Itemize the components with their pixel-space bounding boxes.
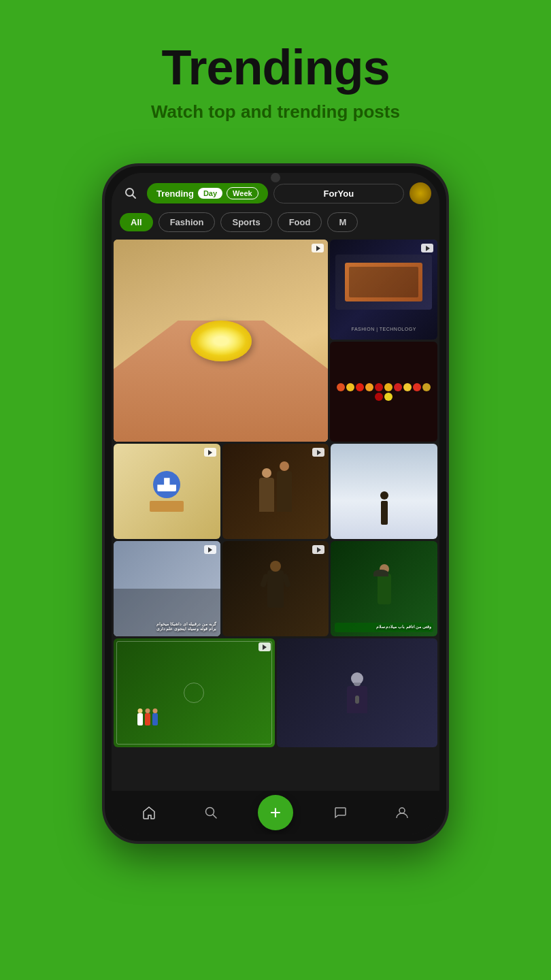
page-title: Trendings <box>151 41 400 95</box>
search-icon[interactable] <box>120 182 141 204</box>
phone-notch <box>271 173 280 182</box>
fashion-tech-label: FASHION | TECHNOLOGY <box>330 327 437 331</box>
category-more[interactable]: M <box>327 212 358 232</box>
video-icon-room <box>204 545 216 554</box>
trending-label: Trending <box>156 189 194 199</box>
avatar-icon[interactable] <box>410 182 431 204</box>
foryou-pill[interactable]: ForYou <box>273 184 404 203</box>
phone-mockup: Trending Day Week ForYou All Fashion Spo… <box>102 163 449 844</box>
row-3: گربه من درقبیله ای داشیکا میخوامبرام قول… <box>112 541 439 636</box>
post-manfood[interactable] <box>114 444 220 539</box>
video-icon-carseat <box>421 244 433 252</box>
post-carseat[interactable]: FASHION | TECHNOLOGY <box>330 240 437 340</box>
video-icon-soccer <box>258 642 271 651</box>
category-fashion[interactable]: Fashion <box>158 212 216 232</box>
nav-profile[interactable] <box>387 798 417 828</box>
category-all[interactable]: All <box>120 213 153 231</box>
svg-line-3 <box>213 815 216 818</box>
row-2 <box>112 444 439 539</box>
category-bar: All Fashion Sports Food M <box>112 210 439 238</box>
post-group[interactable] <box>222 444 329 539</box>
day-badge[interactable]: Day <box>198 188 222 199</box>
post-womangreen[interactable]: وقتی من اتاقم باب میلادم سلام <box>331 541 437 636</box>
nav-home[interactable] <box>134 798 164 828</box>
post-singer[interactable] <box>277 638 438 747</box>
page-subtitle: Watch top and trending posts <box>151 101 400 122</box>
fab-add-button[interactable]: + <box>258 795 293 830</box>
bottom-nav: + <box>112 791 439 834</box>
row-4 <box>112 638 439 747</box>
week-badge[interactable]: Week <box>227 187 258 199</box>
phone-screen: Trending Day Week ForYou All Fashion Spo… <box>112 173 439 834</box>
nav-chat[interactable] <box>325 798 355 828</box>
video-icon-group <box>312 448 324 457</box>
svg-point-4 <box>399 808 405 813</box>
video-icon-manfood <box>204 448 216 457</box>
post-darkman[interactable] <box>222 541 329 636</box>
svg-line-1 <box>133 195 136 199</box>
post-snow[interactable] <box>331 444 437 539</box>
post-soccer[interactable] <box>114 638 275 747</box>
category-food[interactable]: Food <box>278 212 322 232</box>
header-section: Trendings Watch top and trending posts <box>151 0 400 136</box>
trending-pill[interactable]: Trending Day Week <box>147 183 268 203</box>
post-room[interactable]: گربه من درقبیله ای داشیکا میخوامبرام قول… <box>114 541 220 636</box>
post-womangreen-text: وقتی من اتاقم باب میلادم سلام <box>335 623 433 632</box>
category-sports[interactable]: Sports <box>220 212 271 232</box>
video-icon-darkman <box>312 545 324 554</box>
post-flowers[interactable] <box>330 342 437 442</box>
video-icon-lemon <box>312 244 324 252</box>
nav-search[interactable] <box>196 798 226 828</box>
post-lemon[interactable] <box>114 240 328 442</box>
content-area: FASHION | TECHNOLOGY <box>112 238 439 791</box>
post-room-text: گربه من درقبیله ای داشیکا میخوامبرام قول… <box>118 622 216 633</box>
